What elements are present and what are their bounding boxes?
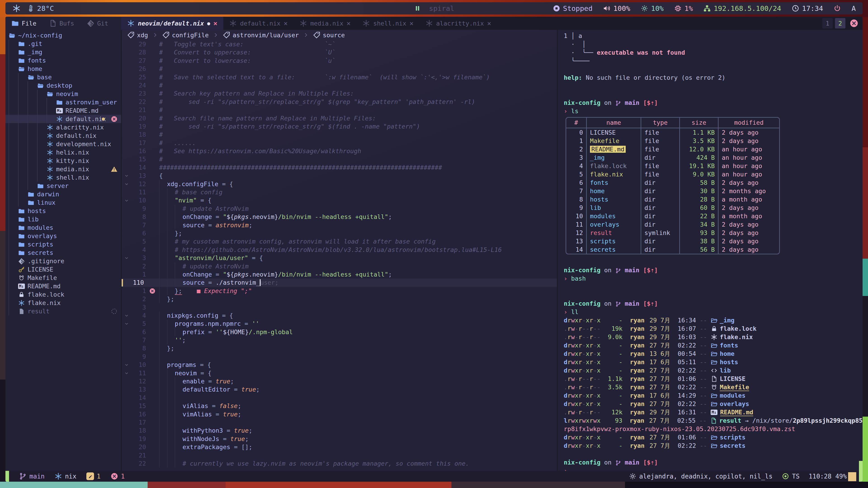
filetree-tab-bufs[interactable]: Bufs — [49, 20, 74, 27]
file-row[interactable]: _img — [5, 48, 121, 56]
code-line[interactable]: 17# ...... — [122, 139, 557, 147]
tab-close-icon[interactable]: × — [346, 20, 350, 27]
recording-status[interactable]: Stopped — [553, 4, 593, 12]
memory-usage[interactable]: 1% — [674, 4, 693, 12]
code-line[interactable]: 18# — [122, 131, 557, 139]
code-line[interactable]: 2}; — [122, 295, 557, 303]
buffer-tab[interactable]: shell.nix× — [356, 17, 419, 30]
file-row[interactable]: M↓README.md — [5, 282, 121, 290]
chevron-down-icon[interactable] — [124, 313, 129, 318]
code-line[interactable]: 20# Search file name pattern and Replace… — [122, 114, 557, 123]
tabpage-2[interactable]: 2 — [835, 18, 845, 29]
filetree-tab-file[interactable]: File — [11, 20, 36, 27]
code-line[interactable]: 11# base config — [122, 188, 557, 196]
code-line[interactable]: 19# sed -ri "s/pattern_str/replace_str/g… — [122, 123, 557, 131]
code-line[interactable]: 4# https://github.com/AstroNvim/AstroNvi… — [122, 246, 557, 254]
volume[interactable]: 100% — [603, 4, 630, 12]
terminal-pane[interactable]: 1 │ a · │ · ╰── executable was not found… — [557, 30, 863, 471]
code-line[interactable]: 16# See https://astronvim.com/Basic%20Us… — [122, 147, 557, 155]
code-line[interactable]: 17 — [122, 418, 557, 427]
temperature-indicator[interactable]: 28°C — [27, 4, 54, 12]
breadcrumb-item[interactable]: astronvim/lua/user — [223, 31, 299, 39]
chevron-down-icon[interactable] — [124, 173, 129, 178]
code-line[interactable]: 16vimAlias = true; — [122, 410, 557, 418]
file-row[interactable]: secrets — [5, 249, 121, 257]
tab-close-icon[interactable]: × — [284, 20, 288, 27]
cursor-position-segment[interactable]: 110:28 49% — [809, 473, 847, 480]
file-row[interactable]: helix.nix — [5, 148, 121, 157]
filetree-tab-git[interactable]: Git — [87, 20, 108, 27]
code-line[interactable]: 9 — [122, 353, 557, 361]
keyboard-layout[interactable]: A — [851, 4, 856, 12]
tab-close-icon[interactable]: × — [409, 20, 413, 27]
error-count-segment[interactable]: 1 — [111, 473, 125, 480]
file-row[interactable]: neovim — [5, 90, 121, 98]
fold-column[interactable] — [122, 361, 131, 369]
clock[interactable]: 17:34 — [792, 4, 823, 12]
code-line[interactable]: 26# — [122, 65, 557, 73]
breadcrumb-item[interactable]: source — [313, 31, 345, 39]
buffer-tab[interactable]: neovim/default.nix●× — [121, 17, 223, 30]
fold-column[interactable] — [122, 254, 131, 262]
code-line[interactable]: 10"nvim" = { — [122, 196, 557, 204]
code-line[interactable]: 25# Save the selected text to a file: `:… — [122, 73, 557, 81]
file-row[interactable]: overlays — [5, 232, 121, 240]
file-row[interactable]: default.nix — [5, 115, 121, 123]
file-row[interactable]: development.nix — [5, 140, 121, 148]
file-row[interactable]: default.nix — [5, 131, 121, 140]
file-row[interactable]: .git — [5, 39, 121, 48]
code-line[interactable]: 7''; — [122, 336, 557, 344]
tab-close-icon[interactable]: × — [487, 20, 491, 27]
code-line[interactable]: 22# sed -ri "s/pattern_str/replace_str/g… — [122, 98, 557, 106]
code-line[interactable]: 12xdg.configFile = { — [122, 180, 557, 188]
file-row[interactable]: flake.nix — [5, 299, 121, 307]
code-line[interactable]: 4nixpkgs.config = { — [122, 312, 557, 320]
code-line[interactable]: 9# update AstroNvim — [122, 205, 557, 213]
code-line[interactable]: 5programs.npm.npmrc = '' — [122, 320, 557, 328]
breadcrumb-item[interactable]: configFile — [162, 31, 209, 39]
code-line[interactable]: 13defaultEditor = true; — [122, 385, 557, 394]
tab-close-icon[interactable]: × — [213, 20, 217, 27]
treesitter-segment[interactable]: TS — [782, 473, 800, 480]
code-line[interactable]: 18withPython3 = true; — [122, 427, 557, 435]
network-address[interactable]: 192.168.5.100/24 — [703, 4, 781, 12]
code-line[interactable]: 23# Search key pattern and Replace in Mu… — [122, 90, 557, 98]
breadcrumb-item[interactable]: xdg — [127, 31, 148, 39]
code-line[interactable]: 24# — [122, 81, 557, 90]
file-row[interactable]: Makefile — [5, 273, 121, 282]
code-line[interactable]: 3"astronvim/lua/user" = { — [122, 254, 557, 262]
file-row[interactable]: M↓README.md — [5, 106, 121, 115]
power-button[interactable] — [833, 4, 841, 12]
file-row[interactable]: LICENSE — [5, 265, 121, 273]
modified-count-segment[interactable]: 1 — [86, 473, 101, 480]
file-row[interactable]: flake.lock — [5, 290, 121, 299]
buffer-tab[interactable]: alacritty.nix× — [420, 17, 497, 30]
code-line[interactable]: 12enable = true; — [122, 377, 557, 385]
code-line[interactable]: 15# — [122, 155, 557, 163]
code-area[interactable]: 29# Toggle text's case: `~`28# Convert t… — [122, 40, 557, 471]
fold-column[interactable] — [122, 172, 131, 180]
buffer-tab[interactable]: default.nix× — [223, 17, 293, 30]
code-line[interactable]: 10programs = { — [122, 361, 557, 369]
code-line[interactable]: 29# Toggle text's case: `~` — [122, 40, 557, 48]
code-line[interactable]: 20extraPackages = []; — [122, 443, 557, 451]
code-line[interactable]: 19withNodeJs = true; — [122, 435, 557, 443]
code-line[interactable]: 8}; — [122, 344, 557, 352]
file-row[interactable]: astronvim_user — [5, 98, 121, 106]
file-row[interactable]: hosts — [5, 207, 121, 215]
chevron-down-icon[interactable] — [124, 371, 129, 376]
file-row[interactable]: kitty.nix — [5, 157, 121, 165]
git-branch-segment[interactable]: main — [19, 473, 44, 480]
file-row[interactable]: scripts — [5, 240, 121, 249]
code-line[interactable]: 6prefix = ''${HOME}/.npm-global — [122, 328, 557, 336]
code-line[interactable]: 15viAlias = false; — [122, 402, 557, 410]
code-line[interactable]: 7source = astronvim; — [122, 221, 557, 229]
code-line[interactable]: 1onChange = "${pkgs.neovim}/bin/nvim --h… — [122, 270, 557, 279]
code-line[interactable]: 6}; — [122, 229, 557, 237]
file-row[interactable]: server — [5, 182, 121, 190]
file-row[interactable]: fonts — [5, 56, 121, 65]
code-line[interactable]: 3 — [122, 303, 557, 312]
file-row[interactable]: shell.nix — [5, 173, 121, 182]
fold-column[interactable] — [122, 180, 131, 188]
editor-pane[interactable]: xdgconfigFileastronvim/lua/usersource 29… — [122, 30, 557, 471]
